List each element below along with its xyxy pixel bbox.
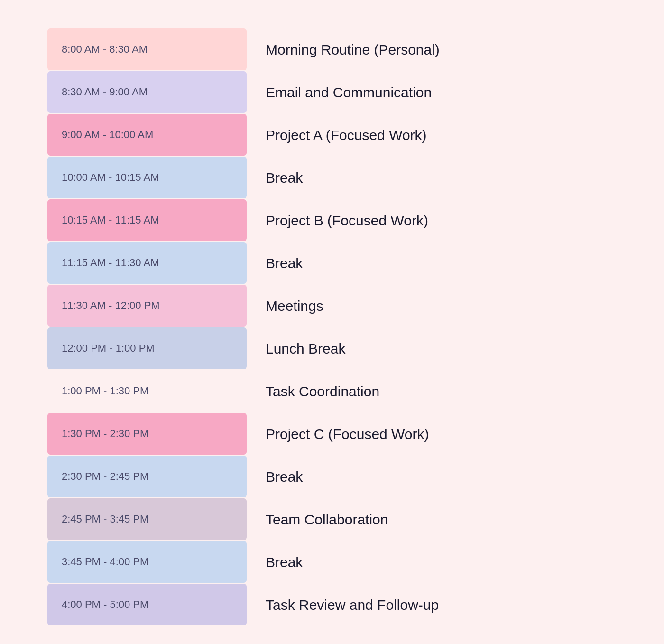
time-block: 3:45 PM - 4:00 PM xyxy=(47,541,247,583)
schedule-row: 3:45 PM - 4:00 PMBreak xyxy=(47,541,617,584)
event-label: Break xyxy=(247,456,617,498)
time-block: 11:15 AM - 11:30 AM xyxy=(47,242,247,284)
event-label: Break xyxy=(247,541,617,584)
schedule-row: 10:15 AM - 11:15 AMProject B (Focused Wo… xyxy=(47,199,617,242)
schedule-row: 1:30 PM - 2:30 PMProject C (Focused Work… xyxy=(47,413,617,456)
time-block: 8:00 AM - 8:30 AM xyxy=(47,28,247,70)
time-block: 1:30 PM - 2:30 PM xyxy=(47,413,247,455)
schedule-row: 8:00 AM - 8:30 AMMorning Routine (Person… xyxy=(47,28,617,71)
event-label: Meetings xyxy=(247,285,617,327)
schedule-row: 2:30 PM - 2:45 PMBreak xyxy=(47,456,617,498)
schedule-row: 1:00 PM - 1:30 PMTask Coordination xyxy=(47,370,617,413)
event-label: Project B (Focused Work) xyxy=(247,199,617,242)
schedule-container: 8:00 AM - 8:30 AMMorning Routine (Person… xyxy=(47,28,617,626)
time-block: 2:30 PM - 2:45 PM xyxy=(47,456,247,497)
event-label: Lunch Break xyxy=(247,327,617,370)
schedule-row: 2:45 PM - 3:45 PMTeam Collaboration xyxy=(47,498,617,541)
time-block: 9:00 AM - 10:00 AM xyxy=(47,114,247,156)
schedule-row: 12:00 PM - 1:00 PMLunch Break xyxy=(47,327,617,370)
schedule-row: 9:00 AM - 10:00 AMProject A (Focused Wor… xyxy=(47,114,617,157)
schedule-row: 11:15 AM - 11:30 AMBreak xyxy=(47,242,617,285)
time-block: 1:00 PM - 1:30 PM xyxy=(47,370,247,412)
event-label: Task Coordination xyxy=(247,370,617,413)
schedule-row: 4:00 PM - 5:00 PMTask Review and Follow-… xyxy=(47,584,617,626)
event-label: Break xyxy=(247,157,617,199)
event-label: Break xyxy=(247,242,617,285)
time-block: 12:00 PM - 1:00 PM xyxy=(47,327,247,369)
time-block: 2:45 PM - 3:45 PM xyxy=(47,498,247,540)
time-block: 11:30 AM - 12:00 PM xyxy=(47,285,247,327)
time-block: 10:00 AM - 10:15 AM xyxy=(47,157,247,198)
event-label: Team Collaboration xyxy=(247,498,617,541)
event-label: Morning Routine (Personal) xyxy=(247,28,617,71)
event-label: Project A (Focused Work) xyxy=(247,114,617,157)
schedule-row: 11:30 AM - 12:00 PMMeetings xyxy=(47,285,617,327)
schedule-row: 10:00 AM - 10:15 AMBreak xyxy=(47,157,617,199)
time-block: 4:00 PM - 5:00 PM xyxy=(47,584,247,625)
schedule-row: 8:30 AM - 9:00 AMEmail and Communication xyxy=(47,71,617,114)
event-label: Task Review and Follow-up xyxy=(247,584,617,626)
event-label: Email and Communication xyxy=(247,71,617,114)
event-label: Project C (Focused Work) xyxy=(247,413,617,456)
time-block: 8:30 AM - 9:00 AM xyxy=(47,71,247,113)
time-block: 10:15 AM - 11:15 AM xyxy=(47,199,247,241)
